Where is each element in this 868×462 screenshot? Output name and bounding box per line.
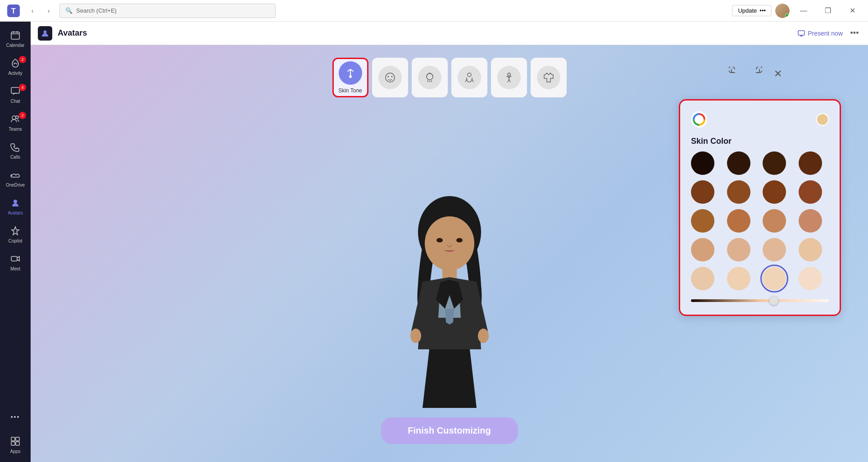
onedrive-icon <box>10 170 20 181</box>
svg-point-34 <box>697 117 701 122</box>
sidebar-item-onedrive[interactable]: OneDrive <box>2 165 29 192</box>
svg-point-18 <box>386 73 395 82</box>
svg-rect-14 <box>16 442 19 445</box>
color-swatch-3[interactable] <box>799 151 822 175</box>
toolbar-item-pose[interactable] <box>491 58 527 97</box>
color-swatch-15[interactable] <box>799 238 822 261</box>
svg-point-9 <box>14 200 17 203</box>
update-dots: ••• <box>759 7 766 14</box>
hair-icon <box>418 66 441 89</box>
maximize-button[interactable]: ❐ <box>818 4 838 18</box>
color-swatch-6[interactable] <box>763 180 786 204</box>
svg-rect-13 <box>11 442 15 445</box>
search-placeholder: Search (Ctrl+E) <box>76 7 117 14</box>
skin-tone-icon <box>339 61 362 85</box>
skin-slider-thumb[interactable] <box>769 296 778 305</box>
chat-badge: 4 <box>19 84 26 91</box>
color-swatch-9[interactable] <box>727 209 750 233</box>
color-swatch-5[interactable] <box>727 180 750 204</box>
sidebar-item-more[interactable]: ••• <box>2 403 29 430</box>
minimize-button[interactable]: — <box>793 4 814 18</box>
color-swatch-17[interactable] <box>727 267 750 290</box>
update-button[interactable]: Update ••• <box>732 5 772 16</box>
color-swatch-11[interactable] <box>799 209 822 233</box>
toolbar-actions: ✕ <box>726 65 787 83</box>
skin-panel-header <box>691 111 829 128</box>
color-swatch-19[interactable] <box>799 267 822 290</box>
avatars-icon <box>10 198 20 209</box>
sidebar-item-teams[interactable]: Teams 2 <box>2 109 29 136</box>
color-swatch-16[interactable] <box>691 267 714 290</box>
svg-point-7 <box>12 116 16 119</box>
pose-icon <box>497 66 521 89</box>
teams-badge: 2 <box>19 112 26 119</box>
face-icon <box>378 66 402 89</box>
svg-rect-11 <box>11 437 15 441</box>
toolbar-item-outfit[interactable] <box>531 58 567 97</box>
sidebar-item-chat[interactable]: Chat 4 <box>2 81 29 108</box>
svg-rect-2 <box>11 32 19 39</box>
color-swatch-2[interactable] <box>763 151 786 175</box>
toolbar-item-face[interactable] <box>372 58 408 97</box>
color-swatch-0[interactable] <box>691 151 714 175</box>
color-swatch-1[interactable] <box>727 151 750 175</box>
color-swatch-18[interactable] <box>763 267 786 290</box>
sidebar-item-avatars[interactable]: Avatars <box>2 193 29 220</box>
search-icon: 🔍 <box>65 7 73 14</box>
svg-line-24 <box>472 79 473 82</box>
sidebar-label-meet: Meet <box>10 266 20 271</box>
svg-point-28 <box>436 238 443 242</box>
sidebar-item-calls[interactable]: Calls <box>2 137 29 164</box>
present-now-button[interactable]: Present now <box>798 30 843 37</box>
color-swatch-13[interactable] <box>727 238 750 261</box>
svg-point-8 <box>16 116 18 119</box>
sidebar-item-activity[interactable]: Activity 2 <box>2 53 29 80</box>
more-icon: ••• <box>11 414 20 420</box>
color-swatch-7[interactable] <box>799 180 822 204</box>
color-swatch-4[interactable] <box>691 180 714 204</box>
skin-tone-label: Skin Tone <box>338 87 362 94</box>
forward-button[interactable]: › <box>41 4 56 18</box>
page-header-icon <box>38 26 52 41</box>
redo-button[interactable] <box>747 65 765 83</box>
color-swatch-10[interactable] <box>763 209 786 233</box>
svg-line-23 <box>465 79 467 82</box>
body-icon <box>458 66 481 89</box>
svg-point-27 <box>425 216 474 270</box>
page-more-button[interactable]: ••• <box>848 27 861 40</box>
toolbar-item-hair[interactable] <box>412 58 448 97</box>
color-swatch-12[interactable] <box>691 238 714 261</box>
page-header: Avatars Present now ••• <box>31 22 868 45</box>
page-title: Avatars <box>58 28 792 38</box>
sidebar-label-calendar: Calendar <box>6 43 25 48</box>
calls-icon <box>10 142 20 153</box>
sidebar-item-copilot[interactable]: Copilot <box>2 221 29 248</box>
app-layout: Calendar Activity 2 Chat 4 <box>0 22 868 462</box>
sidebar-item-meet[interactable]: Meet <box>2 249 29 276</box>
undo-button[interactable] <box>726 65 744 83</box>
close-button[interactable]: ✕ <box>842 4 863 18</box>
sidebar-item-calendar[interactable]: Calendar <box>2 25 29 52</box>
sidebar-item-apps[interactable]: Apps <box>2 431 29 458</box>
sidebar-label-apps: Apps <box>10 449 21 454</box>
activity-badge: 2 <box>19 56 26 63</box>
svg-point-32 <box>478 329 489 343</box>
skin-slider[interactable] <box>691 299 829 302</box>
svg-point-22 <box>468 73 471 77</box>
user-avatar[interactable] <box>775 4 790 18</box>
sidebar-label-onedrive: OneDrive <box>6 183 25 188</box>
svg-rect-12 <box>16 437 19 441</box>
color-swatch-8[interactable] <box>691 209 714 233</box>
sidebar-label-teams: Teams <box>9 127 22 132</box>
toolbar-item-skin-tone[interactable]: Skin Tone <box>332 58 368 97</box>
color-swatch-14[interactable] <box>763 238 786 261</box>
toolbar-item-body[interactable] <box>451 58 487 97</box>
search-bar[interactable]: 🔍 Search (Ctrl+E) <box>59 4 276 18</box>
sidebar: Calendar Activity 2 Chat 4 <box>0 22 31 462</box>
toolbar-close-button[interactable]: ✕ <box>769 65 787 83</box>
sidebar-label-activity: Activity <box>8 71 23 76</box>
back-button[interactable]: ‹ <box>25 4 40 18</box>
panel-logo <box>691 111 707 128</box>
svg-point-31 <box>410 329 421 343</box>
finish-customizing-button[interactable]: Finish Customizing <box>381 417 518 444</box>
